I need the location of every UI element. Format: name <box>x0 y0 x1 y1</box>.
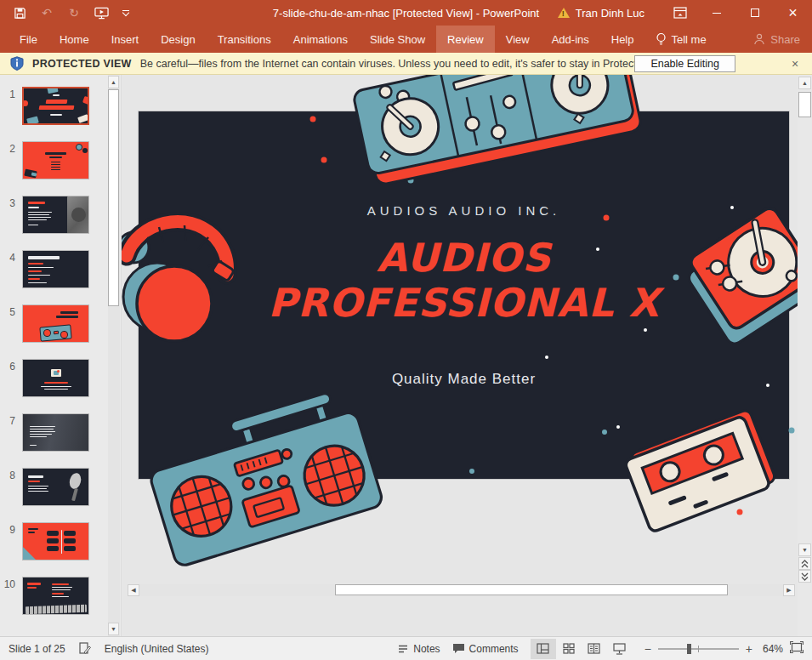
vertical-scrollbar-thumb[interactable] <box>798 92 811 117</box>
comments-toggle[interactable]: Comments <box>452 643 519 655</box>
thumbnail-row: 3 <box>0 196 89 234</box>
slide-thumbnail-9[interactable] <box>22 522 89 560</box>
slide-number: 8 <box>0 469 15 506</box>
thumbnail-row: 10 <box>0 577 89 615</box>
protected-view-close-icon[interactable]: × <box>785 53 805 75</box>
tab-add-ins[interactable]: Add-ins <box>541 26 600 53</box>
tab-transitions[interactable]: Transitions <box>207 26 282 53</box>
slide-thumbnail-7[interactable] <box>22 413 89 452</box>
slide-thumbnail-2[interactable] <box>22 141 89 179</box>
slide-company-text: AUDIOS AUDIO INC. <box>139 203 789 218</box>
slide-sorter-view-button[interactable] <box>556 639 582 659</box>
slide-indicator[interactable]: Slide 1 of 25 <box>9 643 65 655</box>
fit-to-window-icon[interactable] <box>790 641 803 656</box>
slide-thumbnail-8[interactable] <box>22 468 89 506</box>
slide-thumbnail-5[interactable] <box>22 304 89 343</box>
share-person-icon <box>753 33 765 45</box>
editor-canvas[interactable]: AUDIOS AUDIO INC. AUDIOS PROFESSIONAL X … <box>122 75 798 636</box>
slide-number: 6 <box>0 361 15 397</box>
start-slideshow-icon[interactable] <box>92 3 111 23</box>
panel-scrollbar-thumb[interactable] <box>108 89 119 306</box>
ribbon-display-options-icon[interactable] <box>663 0 697 26</box>
slide-thumbnail-6[interactable] <box>22 359 89 397</box>
close-icon: × <box>788 4 798 22</box>
main-area: 1 2 <box>0 75 812 636</box>
thumbnail-row: 5 <box>0 304 89 343</box>
scroll-left-icon[interactable]: ◀ <box>128 584 139 596</box>
panel-scroll-down-icon[interactable]: ▼ <box>108 623 119 635</box>
scroll-up-icon[interactable]: ▲ <box>798 77 811 89</box>
slide-number: 10 <box>0 578 15 615</box>
customize-qat-icon[interactable] <box>119 10 133 16</box>
protected-view-label: PROTECTED VIEW <box>32 58 132 70</box>
shield-icon <box>10 56 24 71</box>
normal-view-button[interactable] <box>531 639 556 659</box>
horizontal-scrollbar[interactable]: ◀ ▶ <box>128 584 795 596</box>
close-button[interactable]: × <box>774 0 812 26</box>
slide-thumbnail-3[interactable] <box>22 196 89 234</box>
zoom-slider-thumb[interactable] <box>687 644 691 654</box>
tab-design[interactable]: Design <box>150 26 206 53</box>
tab-insert[interactable]: Insert <box>100 26 150 53</box>
slide-thumbnail-1[interactable] <box>22 87 89 125</box>
slide-number: 1 <box>0 88 15 125</box>
previous-slide-icon[interactable] <box>798 557 811 570</box>
thumbnail-row: 2 <box>0 141 89 179</box>
slide-1-editor[interactable]: AUDIOS AUDIO INC. AUDIOS PROFESSIONAL X … <box>139 111 789 479</box>
vertical-scrollbar[interactable]: ▲ ▼ <box>798 75 812 636</box>
tab-review[interactable]: Review <box>436 26 495 53</box>
zoom-level[interactable]: 64% <box>759 643 783 655</box>
comments-icon <box>452 643 465 654</box>
reading-view-button[interactable] <box>582 639 607 659</box>
slide-number: 4 <box>0 252 15 288</box>
slide-thumbnail-10[interactable] <box>22 577 89 615</box>
tab-home[interactable]: Home <box>48 26 100 53</box>
account-warning-icon: ! <box>558 8 570 18</box>
tab-animations[interactable]: Animations <box>282 26 359 53</box>
share-label: Share <box>770 33 800 46</box>
tab-slide-show[interactable]: Slide Show <box>359 26 436 53</box>
share-button[interactable]: Share <box>753 26 800 53</box>
tab-help[interactable]: Help <box>600 26 645 53</box>
slide-number: 3 <box>0 197 15 234</box>
undo-icon[interactable]: ↶ <box>37 3 56 23</box>
redo-icon[interactable]: ↻ <box>65 3 83 23</box>
zoom-in-icon[interactable]: + <box>746 642 752 656</box>
account-area[interactable]: ! Tran Dinh Luc <box>558 7 644 20</box>
tab-view[interactable]: View <box>495 26 541 53</box>
slideshow-icon-svg <box>94 7 109 20</box>
powerpoint-window: ↶ ↻ 7-slide-chu-de-am-nhac [Protected Vi… <box>0 0 812 660</box>
notes-toggle[interactable]: Notes <box>397 643 440 655</box>
slide-thumbnail-panel: 1 2 <box>0 75 122 636</box>
slide-show-view-button[interactable] <box>607 639 633 659</box>
zoom-out-icon[interactable]: − <box>644 642 651 656</box>
save-icon[interactable] <box>10 3 29 23</box>
status-right: Notes Comments − <box>397 639 803 659</box>
thumbnail-row: 6 <box>0 359 89 397</box>
thumbnail-panel-scrollbar[interactable]: ▲ ▼ <box>108 75 120 636</box>
tab-file[interactable]: File <box>9 26 48 53</box>
accessibility-icon[interactable] <box>79 642 91 655</box>
status-left: Slide 1 of 25 English (United States) <box>9 642 208 655</box>
zoom-slider[interactable] <box>658 643 739 655</box>
language-status[interactable]: English (United States) <box>105 643 209 655</box>
panel-scroll-up-icon[interactable]: ▲ <box>108 76 119 88</box>
slide-title-text: AUDIOS PROFESSIONAL X <box>139 236 789 326</box>
horizontal-scrollbar-thumb[interactable] <box>335 584 728 595</box>
maximize-button[interactable] <box>735 0 774 26</box>
tell-me-box[interactable]: Tell me <box>645 26 717 53</box>
slide-thumbnail-4[interactable] <box>22 250 89 288</box>
user-name: Tran Dinh Luc <box>576 7 644 20</box>
minimize-icon <box>713 13 721 14</box>
notes-icon <box>397 644 409 654</box>
slide-number: 9 <box>0 524 15 560</box>
enable-editing-button[interactable]: Enable Editing <box>634 55 735 72</box>
next-slide-icon[interactable] <box>798 570 811 583</box>
titlebar-right: ! Tran Dinh Luc × <box>558 0 812 26</box>
scroll-down-icon[interactable]: ▼ <box>798 543 811 556</box>
slide-title-line1: AUDIOS <box>139 236 789 281</box>
ribbon-tabs: File Home Insert Design Transitions Anim… <box>0 26 812 53</box>
scroll-right-icon[interactable]: ▶ <box>783 584 795 596</box>
zoom-controls: − + 64% <box>644 641 803 656</box>
minimize-button[interactable] <box>697 0 735 26</box>
